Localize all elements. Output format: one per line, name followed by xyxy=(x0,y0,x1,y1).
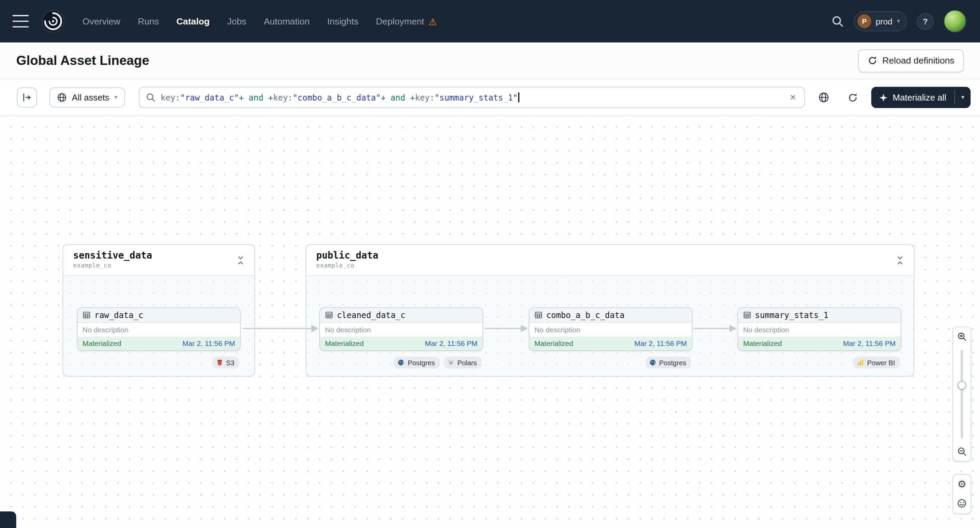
asset-tags: S3 xyxy=(77,357,241,368)
table-icon xyxy=(534,311,542,319)
tag-label: S3 xyxy=(226,359,234,366)
materialization-timestamp-link[interactable]: Mar 2, 11:56 PM xyxy=(182,340,235,347)
collapse-group-icon[interactable] xyxy=(895,255,905,266)
status-badge: Materialized xyxy=(743,340,782,347)
group-header: sensitive_data example_co xyxy=(63,245,255,276)
query-token: + and + xyxy=(239,93,273,102)
nav-item-deployment[interactable]: Deployment ⚠ xyxy=(376,16,437,26)
group-header: public_data example_co xyxy=(306,245,914,276)
asset-name: cleaned_data_c xyxy=(337,310,405,320)
deployment-switcher[interactable]: P prod ▾ xyxy=(854,11,907,31)
zoom-slider[interactable] xyxy=(954,347,970,441)
asset-selection-searchbox: key:"raw_data_c"+ and +key:"combo_a_b_c_… xyxy=(139,87,805,108)
chevron-down-icon: ▾ xyxy=(961,94,964,101)
tag-label: Polars xyxy=(457,359,477,366)
asset-status-row: Materialized Mar 2, 11:56 PM xyxy=(320,337,482,350)
zoom-out-button[interactable] xyxy=(954,443,970,460)
nav-item-insights[interactable]: Insights xyxy=(327,16,358,26)
asset-name: raw_data_c xyxy=(94,310,143,320)
nav-item-overview[interactable]: Overview xyxy=(83,16,120,26)
refresh-button[interactable] xyxy=(843,87,863,107)
group-title: public_data xyxy=(316,250,379,261)
query-token: "raw_data_c" xyxy=(180,93,239,102)
asset-card[interactable]: combo_a_b_c_data No description Material… xyxy=(529,307,693,351)
page-title: Global Asset Lineage xyxy=(16,53,149,68)
nav-item-runs[interactable]: Runs xyxy=(138,16,159,26)
asset-description: No description xyxy=(530,323,692,336)
zoom-slider-knob[interactable] xyxy=(958,381,966,390)
nav-item-automation[interactable]: Automation xyxy=(264,16,310,26)
status-badge: Materialized xyxy=(325,340,364,347)
asset-status-row: Materialized Mar 2, 11:56 PM xyxy=(738,337,901,350)
table-icon xyxy=(325,311,333,319)
user-avatar[interactable] xyxy=(943,10,966,32)
lineage-toolbar: All assets ▾ key:"raw_data_c"+ and +key:… xyxy=(0,79,980,116)
materialization-timestamp-link[interactable]: Mar 2, 11:56 PM xyxy=(634,340,687,347)
collapse-group-icon[interactable] xyxy=(235,255,245,266)
materialization-timestamp-link[interactable]: Mar 2, 11:56 PM xyxy=(425,340,478,347)
asset-node-cleaned_data_c: cleaned_data_c No description Materializ… xyxy=(319,307,483,368)
tag-label: Power BI xyxy=(867,359,895,366)
open-left-panel-button[interactable] xyxy=(17,87,37,107)
zoom-in-button[interactable] xyxy=(954,328,970,345)
refresh-icon xyxy=(847,92,858,103)
globe-icon xyxy=(57,92,67,102)
text-caret xyxy=(518,92,519,102)
asset-card[interactable]: raw_data_c No description Materialized M… xyxy=(77,307,241,351)
nav-item-jobs[interactable]: Jobs xyxy=(227,16,246,26)
asset-node-raw_data_c: raw_data_c No description Materialized M… xyxy=(77,307,241,368)
status-badge: Materialized xyxy=(534,340,573,347)
deployment-name: prod xyxy=(876,17,892,26)
nav-item-catalog[interactable]: Catalog xyxy=(177,16,210,26)
kind-tag-postgres: Postgres xyxy=(645,357,691,368)
sparkle-icon xyxy=(880,94,888,101)
feedback-button[interactable] xyxy=(954,495,970,512)
graph-settings-button[interactable]: ⚙ xyxy=(954,476,970,493)
asset-card[interactable]: cleaned_data_c No description Materializ… xyxy=(319,307,483,351)
deployment-avatar: P xyxy=(858,14,871,28)
kind-tag-powerbi: Power BI xyxy=(853,357,900,368)
help-button[interactable]: ? xyxy=(917,13,934,30)
asset-name: summary_stats_1 xyxy=(755,310,828,320)
materialization-timestamp-link[interactable]: Mar 2, 11:56 PM xyxy=(843,340,896,347)
asset-card[interactable]: summary_stats_1 No description Materiali… xyxy=(738,307,902,351)
asset-name: combo_a_b_c_data xyxy=(546,310,624,320)
s3-icon xyxy=(216,359,223,366)
asset-tags: Power BI xyxy=(738,357,902,368)
materialize-label: Materialize all xyxy=(892,92,946,102)
dagster-logo-icon[interactable] xyxy=(40,8,66,34)
search-icon[interactable] xyxy=(831,15,844,27)
query-token: "combo_a_b_c_data" xyxy=(293,93,381,102)
tag-label: Postgres xyxy=(659,359,686,366)
asset-description: No description xyxy=(738,323,901,336)
materialize-all-button[interactable]: Materialize all xyxy=(872,87,955,108)
asset-filter-dropdown[interactable]: All assets ▾ xyxy=(49,87,125,107)
materialize-options-button[interactable]: ▾ xyxy=(955,87,970,108)
kind-tag-s3: S3 xyxy=(212,357,239,368)
hamburger-menu-icon[interactable] xyxy=(13,15,29,27)
smiley-icon xyxy=(957,498,967,508)
query-token: key: xyxy=(161,93,180,102)
group-subtitle: example_co xyxy=(316,262,379,268)
bottom-left-panel-chip[interactable] xyxy=(0,511,16,528)
tag-label: Postgres xyxy=(408,359,435,366)
asset-tags: Postgres xyxy=(529,357,693,368)
search-icon xyxy=(146,92,155,102)
table-icon xyxy=(83,311,91,319)
graph-view-globe-button[interactable] xyxy=(814,87,834,107)
app-root: Overview Runs Catalog Jobs Automation In… xyxy=(0,0,980,528)
materialize-all-split-button: Materialize all ▾ xyxy=(872,87,971,108)
reload-definitions-button[interactable]: Reload definitions xyxy=(858,49,964,72)
query-token: + and + xyxy=(381,93,415,102)
primary-nav: Overview Runs Catalog Jobs Automation In… xyxy=(83,16,437,26)
reload-label: Reload definitions xyxy=(882,56,955,66)
lineage-canvas[interactable]: sensitive_data example_co public_data ex… xyxy=(0,116,980,528)
powerbi-icon xyxy=(857,359,864,366)
clear-search-button[interactable]: × xyxy=(788,91,799,104)
asset-description: No description xyxy=(78,323,240,336)
group-subtitle: example_co xyxy=(73,262,152,268)
top-nav: Overview Runs Catalog Jobs Automation In… xyxy=(0,0,980,43)
filter-label: All assets xyxy=(72,92,109,102)
asset-selection-input[interactable]: key:"raw_data_c"+ and +key:"combo_a_b_c_… xyxy=(161,92,783,102)
globe-icon xyxy=(818,92,830,103)
